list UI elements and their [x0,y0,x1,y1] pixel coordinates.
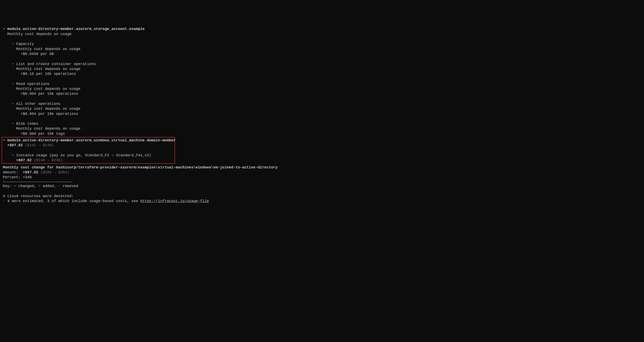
item-rate: +$0.10 per 10k operations [20,72,76,76]
changed-sign-icon: ~ [14,184,16,188]
item-name: Capacity [16,42,34,46]
footer-line1: 4 cloud resources were detected: [3,194,74,198]
resource-path: module.active-directory-member.azurerm_w… [8,138,176,142]
add-sign-icon: + [12,122,14,126]
key-changed: changed, [18,184,36,188]
arrow-icon: → [38,143,40,147]
add-sign-icon: + [12,82,14,86]
item-desc: Monthly cost depends on usage [16,47,80,51]
usage-link[interactable]: https://infracost.io/usage-file [140,199,209,203]
cost-line: Monthly cost depends on usage [8,32,72,36]
add-sign-icon: + [12,102,14,106]
key-prefix: Key: [3,184,12,188]
add-sign-icon: + [12,62,14,66]
item-desc: Monthly cost depends on usage [16,107,80,111]
item-name: List and create container operations [16,62,96,66]
item-name: Blob index [16,122,38,126]
amount-delta: +$97.82 [23,170,38,174]
item-rate: +$0.004 per 10k operations [20,112,78,116]
from-tier: Standard_F2 [85,153,109,157]
amount-label: Amount: [3,170,18,174]
instance-usage-suffix: ) [149,153,151,157]
from-amount: $142 [27,143,36,147]
arrow-icon: → [54,170,56,174]
resource-path: module.active-directory-member.azurerm_s… [8,27,145,31]
item-name: Read operations [16,82,50,86]
changed-sign-icon: ~ [12,153,14,157]
to-tier: Standard_F4s_v2 [116,153,149,157]
sub-to: $238 [52,158,60,162]
add-sign-icon: + [12,42,14,46]
key-removed: removed [63,184,78,188]
item-name: All other operations [16,102,60,106]
resource-block: + module.active-directory-member.azurerm… [3,26,641,136]
item-rate: +$0.0458 per GB [20,52,54,56]
bullet-icon: ∙ [3,199,5,203]
item-rate: +$0.069 per 10k tags [20,132,65,136]
instance-usage-prefix: Instance usage (pay as you go, [16,153,85,157]
changed-sign-icon: ~ [3,138,5,142]
arrow-icon: → [47,158,50,162]
to-amount: $240 [43,143,52,147]
sub-delta: +$97.82 [16,158,32,162]
summary-heading: Monthly cost change for hashicorp/terraf… [3,165,278,170]
remove-sign-icon: - [58,184,60,188]
divider [3,182,72,182]
percent-label: Percent: [3,175,20,179]
add-sign-icon: + [3,27,5,31]
key-added: added, [43,184,56,188]
add-sign-icon: + [38,184,40,188]
item-desc: Monthly cost depends on usage [16,126,80,131]
amount-to: $384 [58,170,67,174]
footer-line2: 4 were estimated, 3 of which include usa… [8,199,140,203]
terminal-output: + module.active-directory-member.azurerm… [3,22,641,204]
percent-value: +34% [23,175,32,179]
arrow-icon: → [111,153,114,157]
sub-from: $140 [36,158,45,162]
amount-from: $286 [43,170,52,174]
highlight-box: ~ module.active-directory-member.azurerm… [2,137,175,164]
item-desc: Monthly cost depends on usage [16,67,80,71]
item-rate: +$0.004 per 10k operations [20,92,78,96]
item-desc: Monthly cost depends on usage [16,87,80,91]
delta-amount: +$97.82 [8,143,23,147]
